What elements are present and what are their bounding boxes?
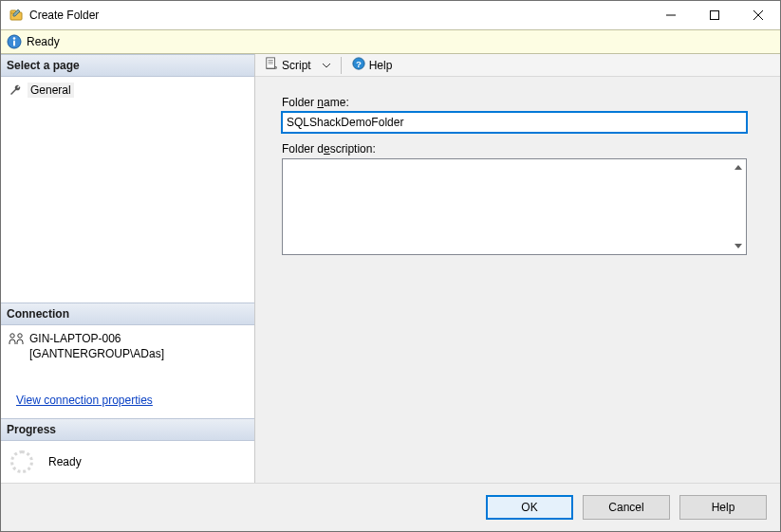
help-button[interactable]: ? Help [348, 56, 397, 75]
script-label: Script [282, 59, 311, 72]
help-dialog-button[interactable]: Help [679, 495, 767, 520]
connection-header: Connection [1, 303, 254, 325]
help-icon: ? [352, 57, 365, 73]
titlebar[interactable]: Create Folder [1, 1, 780, 29]
folder-name-label: Folder name: [282, 96, 753, 109]
left-pane: Select a page General Connection GIN [1, 54, 255, 483]
select-page-header: Select a page [1, 54, 254, 77]
window-title: Create Folder [29, 9, 649, 22]
cancel-button[interactable]: Cancel [583, 495, 670, 520]
toolbar: Script ? Help [255, 54, 780, 77]
connection-server: GIN-LAPTOP-006 [29, 331, 164, 346]
svg-rect-3 [711, 11, 719, 20]
dialog-window: Create Folder Ready Select a page Genera… [0, 0, 781, 532]
server-icon [9, 331, 24, 346]
scrollbar[interactable] [730, 159, 746, 254]
view-connection-link[interactable]: View connection properties [16, 394, 153, 407]
help-label: Help [369, 59, 393, 72]
script-icon [265, 57, 278, 73]
wrench-icon [9, 83, 24, 98]
maximize-button[interactable] [693, 1, 736, 29]
progress-header: Progress [1, 418, 254, 441]
folder-description-label: Folder description: [282, 142, 753, 156]
scroll-up-icon[interactable] [730, 159, 746, 175]
scroll-down-icon[interactable] [730, 238, 746, 254]
info-icon [7, 34, 22, 49]
select-page-body: General [1, 77, 254, 103]
folder-name-input[interactable] [282, 112, 747, 133]
svg-text:?: ? [356, 59, 362, 69]
folder-description-wrap [282, 158, 747, 255]
chevron-down-icon [323, 62, 330, 69]
connection-body: GIN-LAPTOP-006 [GANTNERGROUP\ADas] View … [1, 325, 254, 418]
svg-point-7 [13, 37, 16, 40]
connection-text: GIN-LAPTOP-006 [GANTNERGROUP\ADas] [29, 331, 164, 361]
script-button[interactable]: Script [261, 56, 315, 75]
svg-point-10 [18, 333, 22, 337]
button-bar: OK Cancel Help [1, 484, 780, 531]
window-controls [649, 1, 780, 29]
close-button[interactable] [736, 1, 780, 29]
spinner-icon [10, 450, 33, 473]
status-bar: Ready [1, 29, 780, 54]
page-label: General [28, 83, 74, 98]
connection-user: [GANTNERGROUP\ADas] [29, 346, 164, 361]
page-item-general[interactable]: General [9, 83, 247, 98]
svg-point-9 [10, 333, 14, 337]
progress-body: Ready [1, 441, 254, 483]
progress-status: Ready [48, 455, 82, 468]
connection-item: GIN-LAPTOP-006 [GANTNERGROUP\ADas] [9, 331, 247, 361]
body-area: Select a page General Connection GIN [1, 54, 780, 484]
ok-button[interactable]: OK [486, 495, 573, 520]
toolbar-separator [341, 57, 342, 74]
script-dropdown[interactable] [319, 56, 334, 75]
svg-rect-8 [13, 41, 15, 46]
minimize-button[interactable] [649, 1, 693, 29]
right-pane: Script ? Help Folder name: [255, 54, 780, 483]
form-area: Folder name: Folder description: [255, 77, 780, 274]
status-text: Ready [27, 35, 60, 48]
folder-description-input[interactable] [283, 159, 746, 254]
app-icon [9, 8, 24, 23]
